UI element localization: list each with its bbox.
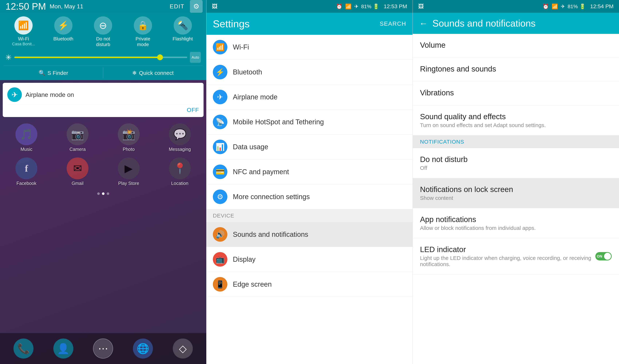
- volume-title: Volume: [420, 41, 612, 50]
- dock-chrome[interactable]: 🌐: [133, 338, 153, 359]
- notif-row: ✈ Airplane mode on: [7, 87, 199, 102]
- notification-card: ✈ Airplane mode on OFF: [3, 83, 204, 117]
- sounds-status-airplane-icon: ✈: [561, 3, 565, 10]
- camera-label: Camera: [70, 147, 86, 152]
- gear-icon[interactable]: ⚙: [190, 0, 203, 13]
- notif-off-button[interactable]: OFF: [7, 107, 199, 113]
- photo-icon: 📸: [118, 123, 140, 145]
- dnd-item[interactable]: Do not disturb Off: [413, 148, 619, 178]
- settings-panel: 🖼 ⏰ 📶 ✈ 81% 🔋 12:53 PM Settings SEARCH 📶…: [206, 0, 413, 364]
- bluetooth-icon: ⚡: [54, 16, 72, 35]
- dock-phone[interactable]: 📞: [14, 338, 33, 359]
- apps-grid: 🎵 Music 📷 Camera 📸 Photo 💬 Messaging f F…: [0, 120, 206, 190]
- search-icon: 🔍: [39, 70, 45, 76]
- status-airplane-icon: ✈: [354, 3, 358, 10]
- settings-hotspot-item[interactable]: 📡 Mobile HotSpot and Tethering: [206, 110, 413, 135]
- wifi-setting-label: Wi-Fi: [233, 43, 249, 51]
- wifi-setting-icon: 📶: [213, 40, 227, 55]
- app-camera[interactable]: 📷 Camera: [55, 123, 100, 152]
- location-label: Location: [171, 181, 188, 186]
- app-notif-sub: Allow or block notifications from indivi…: [420, 225, 612, 231]
- playstore-label: Play Store: [118, 181, 139, 186]
- toggle-knob: [604, 253, 611, 260]
- sfinder-button[interactable]: 🔍 S Finder: [4, 66, 103, 80]
- sounds-status-battery: 81% 🔋: [568, 3, 586, 10]
- sounds-status-alarm-icon: ⏰: [543, 3, 549, 10]
- brightness-thumb: [157, 55, 163, 60]
- status-wifi-icon: 📶: [345, 3, 352, 10]
- bluetooth-toggle[interactable]: ⚡ Bluetooth: [46, 16, 80, 47]
- edit-button[interactable]: EDIT: [170, 3, 184, 10]
- status-alarm-icon: ⏰: [336, 3, 342, 10]
- settings-search-button[interactable]: SEARCH: [380, 20, 406, 27]
- quickconnect-button[interactable]: ❄ Quick connect: [103, 66, 203, 80]
- flashlight-toggle[interactable]: 🔦 Flashlight: [166, 16, 199, 47]
- settings-display-item[interactable]: 📺 Display: [206, 247, 413, 272]
- settings-status-left-icon: 🖼: [212, 3, 217, 10]
- auto-brightness-icon[interactable]: Auto: [190, 52, 201, 63]
- toggle-on-label: ON: [597, 254, 602, 258]
- dnd-title: Do not disturb: [420, 155, 612, 164]
- dot-3[interactable]: [107, 192, 109, 195]
- sound-quality-item[interactable]: Sound quality and effects Turn on sound …: [413, 105, 619, 135]
- dot-1[interactable]: [97, 192, 100, 195]
- wifi-toggle[interactable]: 📶 Wi-Fi Casa Bonit...: [7, 16, 41, 47]
- camera-icon: 📷: [67, 123, 88, 145]
- settings-wifi-item[interactable]: 📶 Wi-Fi: [206, 35, 413, 60]
- bluetooth-label: Bluetooth: [53, 36, 73, 42]
- app-playstore[interactable]: ▶ Play Store: [106, 157, 152, 186]
- settings-edge-item[interactable]: 📱 Edge screen: [206, 272, 413, 297]
- app-location[interactable]: 📍 Location: [157, 157, 203, 186]
- ringtones-title: Ringtones and sounds: [420, 65, 612, 73]
- app-messaging[interactable]: 💬 Messaging: [157, 123, 203, 152]
- nfc-setting-icon: 💳: [213, 165, 227, 179]
- settings-more-item[interactable]: ⚙ More connection settings: [206, 184, 413, 209]
- photo-label: Photo: [123, 147, 135, 152]
- sounds-status-time: 12:54 PM: [590, 3, 614, 10]
- settings-sounds-item[interactable]: 🔊 Sounds and notifications: [206, 222, 413, 247]
- back-button[interactable]: ←: [419, 18, 428, 28]
- wifi-sublabel: Casa Bonit...: [12, 42, 35, 46]
- notif-divider: [7, 105, 199, 105]
- settings-nfc-item[interactable]: 💳 NFC and payment: [206, 159, 413, 184]
- flashlight-icon: 🔦: [174, 16, 192, 35]
- settings-header: Settings SEARCH: [206, 13, 413, 35]
- led-indicator-sub: Light up the LED indicator when charging…: [420, 255, 592, 267]
- vibrations-item[interactable]: Vibrations: [413, 82, 619, 105]
- led-indicator-item[interactable]: LED indicator Light up the LED indicator…: [413, 238, 619, 274]
- volume-item[interactable]: Volume: [413, 34, 619, 58]
- settings-list: 📶 Wi-Fi ⚡ Bluetooth ✈ Airplane mode 📡 Mo…: [206, 35, 413, 364]
- dot-2[interactable]: [102, 192, 104, 195]
- sounds-notifications-panel: 🖼 ⏰ 📶 ✈ 81% 🔋 12:54 PM ← Sounds and noti…: [413, 0, 619, 364]
- led-toggle-switch[interactable]: ON: [595, 252, 612, 260]
- settings-bluetooth-item[interactable]: ⚡ Bluetooth: [206, 60, 413, 85]
- lockscreen-notif-item[interactable]: Notifications on lock screen Show conten…: [413, 178, 619, 208]
- vibrations-title: Vibrations: [420, 88, 612, 97]
- dock-apps[interactable]: ⋯: [93, 338, 113, 359]
- sounds-list: Volume Ringtones and sounds Vibrations S…: [413, 34, 619, 364]
- notif-title: Airplane mode on: [26, 91, 199, 98]
- sound-quality-title: Sound quality and effects: [420, 112, 612, 121]
- sounds-status-left-icon: 🖼: [418, 3, 424, 10]
- dock-nav[interactable]: ◇: [173, 338, 193, 359]
- brightness-slider[interactable]: [14, 56, 187, 58]
- settings-airplane-item[interactable]: ✈ Airplane mode: [206, 85, 413, 110]
- app-gmail[interactable]: ✉ Gmail: [55, 157, 100, 186]
- data-setting-label: Data usage: [233, 143, 268, 151]
- dnd-toggle[interactable]: ⊖ Do notdisturb: [86, 16, 120, 47]
- messaging-label: Messaging: [169, 147, 191, 152]
- music-icon: 🎵: [15, 123, 37, 145]
- time-display: 12:50 PM: [5, 1, 46, 12]
- sfinder-label: S Finder: [47, 70, 68, 76]
- settings-data-item[interactable]: 📊 Data usage: [206, 135, 413, 159]
- ringtones-item[interactable]: Ringtones and sounds: [413, 58, 619, 82]
- sounds-setting-icon: 🔊: [213, 227, 227, 242]
- app-photo[interactable]: 📸 Photo: [106, 123, 152, 152]
- app-facebook[interactable]: f Facebook: [4, 157, 49, 186]
- private-mode-toggle[interactable]: 🔒 Privatemode: [126, 16, 160, 47]
- edge-setting-label: Edge screen: [233, 280, 272, 288]
- app-music[interactable]: 🎵 Music: [4, 123, 49, 152]
- app-notif-item[interactable]: App notifications Allow or block notific…: [413, 208, 619, 238]
- dock-contacts[interactable]: 👤: [53, 338, 73, 359]
- led-indicator-text-group: LED indicator Light up the LED indicator…: [420, 245, 595, 267]
